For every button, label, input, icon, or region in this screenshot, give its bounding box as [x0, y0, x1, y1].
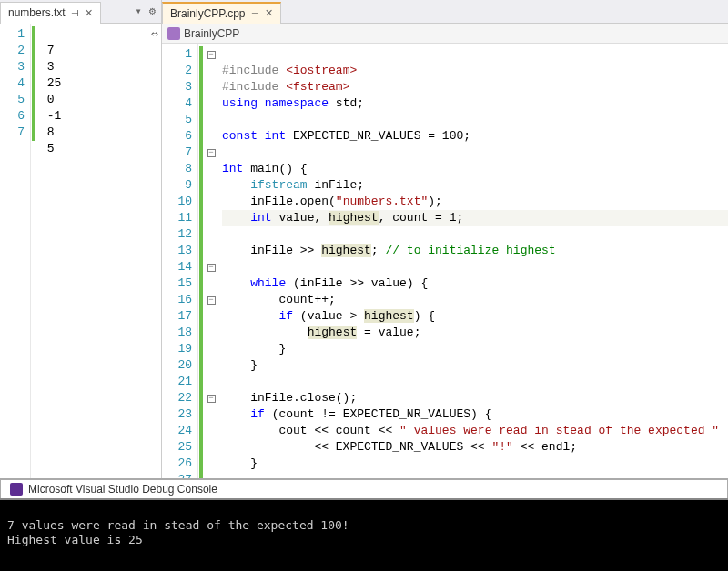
fold-icon[interactable]: − [207, 296, 216, 305]
code-editor[interactable]: 1234567891011121314151617181920212223242… [162, 44, 728, 478]
gear-icon[interactable]: ⚙ [149, 5, 156, 18]
line-number: 6 [0, 108, 25, 125]
numbers-editor[interactable]: 1 2 3 4 5 6 7 7 3 25 0 -1 8 5 ⇔ [0, 24, 161, 478]
line-number: 7 [0, 125, 25, 141]
line-number: 5 [0, 92, 25, 108]
fold-icon[interactable]: − [207, 395, 216, 403]
main-area: numbers.txt ⊣ ✕ ▾ ⚙ 1 2 3 4 5 6 7 [0, 0, 728, 478]
console-title-text: Microsoft Visual Studio Debug Console [28, 483, 217, 496]
code-content[interactable]: #include <iostream>#include <fstream>usi… [218, 44, 728, 478]
right-panel: BrainlyCPP.cpp ⊣ ✕ BrainlyCPP 1234567891… [162, 0, 728, 478]
line-number: 4 [0, 75, 25, 92]
line-number: 2 [0, 43, 25, 59]
fold-icon[interactable]: − [207, 51, 216, 59]
tab-toolbar: ▾ ⚙ [136, 5, 161, 18]
left-tab-bar: numbers.txt ⊣ ✕ ▾ ⚙ [0, 0, 161, 24]
line-gutter: 1 2 3 4 5 6 7 [0, 24, 31, 478]
module-icon [167, 27, 180, 40]
line-gutter: 1234567891011121314151617181920212223242… [162, 44, 198, 478]
close-icon[interactable]: ✕ [85, 7, 93, 19]
ide-window: numbers.txt ⊣ ✕ ▾ ⚙ 1 2 3 4 5 6 7 [0, 0, 728, 571]
tab-brainlycpp[interactable]: BrainlyCPP.cpp ⊣ ✕ [162, 2, 281, 24]
pin-icon[interactable]: ⊣ [251, 8, 259, 18]
console-title-bar: Microsoft Visual Studio Debug Console [0, 478, 728, 498]
pin-icon[interactable]: ⊣ [71, 8, 79, 18]
left-panel: numbers.txt ⊣ ✕ ▾ ⚙ 1 2 3 4 5 6 7 [0, 0, 162, 478]
vs-icon [10, 483, 23, 496]
breadcrumb-text: BrainlyCPP [184, 27, 239, 40]
right-tab-bar: BrainlyCPP.cpp ⊣ ✕ [162, 0, 728, 24]
split-handle-icon[interactable]: ⇔ [151, 26, 158, 41]
fold-icon[interactable]: − [207, 149, 216, 157]
close-icon[interactable]: ✕ [265, 7, 273, 19]
tab-numbers-txt[interactable]: numbers.txt ⊣ ✕ [0, 2, 101, 24]
console-title[interactable]: Microsoft Visual Studio Debug Console [0, 479, 728, 499]
tab-label: BrainlyCPP.cpp [170, 7, 246, 20]
fold-column[interactable]: −−−−− [204, 44, 218, 478]
fold-icon[interactable]: − [207, 264, 216, 272]
line-number: 1 [0, 26, 25, 43]
breadcrumb-bar[interactable]: BrainlyCPP [162, 24, 728, 44]
line-number: 3 [0, 59, 25, 75]
console-output: 7 values were read in stead of the expec… [0, 500, 728, 571]
debug-console[interactable]: 7 values were read in stead of the expec… [0, 498, 728, 571]
dropdown-icon[interactable]: ▾ [136, 5, 142, 18]
tab-label: numbers.txt [8, 6, 66, 19]
numbers-content[interactable]: 7 3 25 0 -1 8 5 [36, 24, 161, 478]
